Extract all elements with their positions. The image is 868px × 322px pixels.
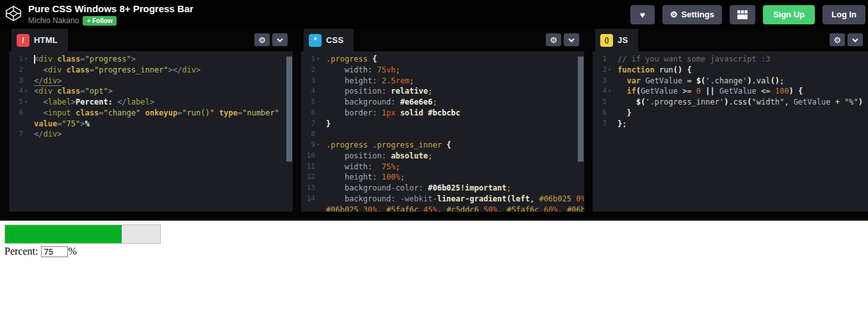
code-line: 5▾ <label>Percent: </label>	[9, 97, 293, 108]
code-text: var GetValue = $('.change').val();	[618, 76, 784, 87]
fold-marker-icon	[315, 151, 321, 162]
line-number: 10	[305, 151, 315, 162]
line-number: 2	[596, 65, 607, 76]
line-number: 11	[305, 162, 315, 173]
line-number: 7	[305, 119, 315, 130]
code-line: 3 height: 2.5rem;	[301, 76, 584, 87]
code-editor-css[interactable]: 1▾.progress {2 width: 75vh;3 height: 2.5…	[301, 51, 584, 212]
chevron-down-icon	[852, 38, 858, 42]
code-line: 13 background-color: #06b025!important;	[301, 183, 584, 194]
tab-html-label: HTML	[34, 35, 58, 45]
line-number: 2	[305, 65, 315, 76]
code-text: <label>Percent: </label>	[34, 97, 154, 108]
chevron-down-icon	[568, 38, 575, 42]
fold-marker-icon	[315, 119, 321, 130]
percent-control-row: Percent: %	[4, 246, 868, 257]
code-line: 9▾.progress .progress_inner {	[301, 140, 584, 151]
fold-marker-icon	[315, 172, 321, 183]
code-text: background: #e6e6e6;	[326, 97, 437, 108]
code-text: function run() {	[618, 65, 692, 76]
code-text: background-color: #06b025!important;	[326, 183, 511, 194]
code-text: <input class="change" onkeyup="run()" ty…	[34, 108, 279, 119]
css-collapse-button[interactable]	[564, 33, 579, 46]
fold-marker-icon	[315, 97, 321, 108]
code-line: 7}	[301, 119, 584, 130]
line-number: 5	[13, 97, 23, 108]
editor-tabbar-js: () JS ⚙	[593, 29, 868, 51]
fold-marker-icon	[23, 76, 29, 87]
tab-js[interactable]: () JS	[595, 29, 638, 51]
css-icon: *	[309, 34, 322, 47]
code-text: background: -webkit-linear-gradient(left…	[326, 194, 584, 205]
code-text: // if you want some javascript :3	[618, 54, 770, 65]
author-name[interactable]: Michio Nakano	[28, 16, 79, 25]
log-in-button[interactable]: Log In	[823, 5, 865, 24]
code-text: height: 2.5rem;	[326, 76, 414, 87]
gear-icon: ⚙	[833, 36, 841, 44]
css-scrollbar-thumb[interactable]	[578, 56, 584, 162]
code-text: <div class="opt">	[34, 86, 113, 97]
code-text: width: 75%;	[326, 162, 400, 173]
editor-pane-js: () JS ⚙ 1// if you want some javascript …	[593, 29, 868, 212]
code-text: $('.progress_inner').css("width", GetVal…	[618, 97, 863, 108]
percent-label: Percent:	[4, 246, 38, 257]
fold-marker-icon: ▾	[23, 97, 29, 108]
settings-button-label: Settings	[682, 10, 714, 19]
follow-button[interactable]: + Follow	[83, 16, 116, 26]
settings-button[interactable]: ⚙ Settings	[662, 5, 722, 24]
sign-up-button[interactable]: Sign Up	[763, 5, 815, 24]
change-view-button[interactable]	[730, 5, 755, 24]
code-text: if(GetValue >= 0 || GetValue <= 100) {	[618, 86, 803, 97]
code-line: 2 width: 75vh;	[301, 65, 584, 76]
line-number: 6	[13, 108, 23, 119]
code-line: 7</div>	[9, 129, 293, 140]
preview-progress-bar	[4, 225, 161, 244]
code-line: 5 $('.progress_inner').css("width", GetV…	[593, 97, 868, 108]
code-text: height: 100%;	[326, 172, 405, 183]
line-number: 6	[305, 108, 315, 119]
line-number: 12	[305, 172, 315, 183]
line-number: 7	[596, 119, 607, 130]
code-text: .progress {	[326, 54, 377, 65]
fold-marker-icon: ▾	[607, 65, 612, 76]
editor-tabbar-css: * CSS ⚙	[301, 29, 584, 51]
line-number: 5	[305, 97, 315, 108]
code-line: 12 height: 100%;	[301, 172, 584, 183]
code-text: }	[618, 108, 632, 119]
top-header: Pure CSS Windows 8+ Progress Bar Michio …	[0, 0, 868, 29]
percent-input[interactable]	[41, 246, 68, 257]
tab-css[interactable]: * CSS	[304, 29, 354, 51]
html-settings-button[interactable]: ⚙	[254, 33, 270, 46]
fold-marker-icon	[607, 54, 612, 65]
line-number: 1	[305, 54, 315, 65]
html-collapse-button[interactable]	[272, 33, 288, 46]
fold-marker-icon	[23, 119, 29, 130]
css-settings-button[interactable]: ⚙	[546, 33, 561, 46]
js-collapse-button[interactable]	[848, 33, 863, 46]
editor-pane-css: * CSS ⚙ 1▾.progress {2 width: 75vh;3 hei…	[301, 29, 584, 212]
code-line: #06b025 30%, #5faf6c 45%, #c5ddc6 50%, #…	[301, 205, 584, 212]
line-number: 8	[305, 129, 315, 140]
preview-area: Percent: %	[0, 221, 868, 322]
code-editor-html[interactable]: 1▾<div class="progress">2 <div class="pr…	[9, 51, 293, 212]
fold-marker-icon	[23, 65, 29, 76]
code-line: 6 border: 1px solid #bcbcbc	[301, 108, 584, 119]
fold-marker-icon	[315, 108, 321, 119]
code-text: </div>	[34, 129, 61, 140]
love-button[interactable]: ♥	[630, 5, 655, 24]
code-text: #06b025 30%, #5faf6c 45%, #c5ddc6 50%, #…	[326, 205, 584, 212]
html-scrollbar-thumb[interactable]	[286, 56, 292, 162]
code-text: border: 1px solid #bcbcbc	[326, 108, 461, 119]
code-line: 4▾<div class="opt">	[9, 86, 293, 97]
tab-html[interactable]: / HTML	[12, 29, 68, 51]
code-text: width: 75vh;	[326, 65, 400, 76]
fold-marker-icon: ▾	[23, 54, 29, 65]
fold-marker-icon	[315, 162, 321, 173]
code-editor-js[interactable]: 1// if you want some javascript :32▾func…	[593, 51, 868, 212]
codepen-logo-icon[interactable]	[5, 5, 22, 24]
percent-suffix: %	[68, 246, 76, 257]
js-settings-button[interactable]: ⚙	[830, 33, 845, 46]
line-number: 4	[596, 86, 607, 97]
js-icon: ()	[600, 34, 613, 47]
fold-marker-icon	[315, 86, 321, 97]
